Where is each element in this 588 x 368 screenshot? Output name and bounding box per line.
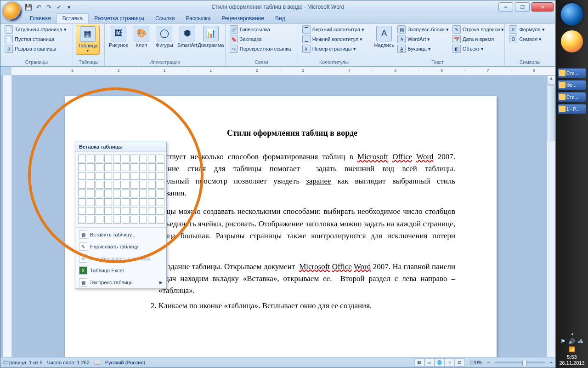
sigline-button[interactable]: ✎Строка подписи ▾: [451, 25, 506, 34]
grid-cell[interactable]: [139, 163, 147, 171]
grid-cell[interactable]: [104, 172, 112, 180]
blank-page-button[interactable]: 📄Пустая страница: [3, 34, 68, 44]
datetime-button[interactable]: 📅Дата и время: [451, 34, 506, 44]
tab-page-layout[interactable]: Разметка страницы: [89, 14, 150, 23]
grid-cell[interactable]: [139, 190, 147, 197]
grid-cell[interactable]: [122, 163, 130, 171]
quick-tables-item[interactable]: ▦Экспресс-таблицы▶: [75, 276, 166, 288]
start-button[interactable]: [560, 3, 583, 26]
view-buttons[interactable]: ▦ ▭ 🌐 ≡ ▤: [414, 358, 465, 367]
grid-cell[interactable]: [87, 207, 95, 215]
ruler-horizontal[interactable]: 3 · 2 · 1 · 1 · 2 · 3 · 4 · 5 · 6 · 7 · …: [11, 67, 555, 75]
grid-cell[interactable]: [130, 163, 138, 171]
zoom-value[interactable]: 120%: [469, 360, 482, 365]
grid-cell[interactable]: [96, 181, 103, 189]
tab-mailings[interactable]: Рассылки: [180, 14, 216, 23]
grid-cell[interactable]: [113, 207, 121, 215]
grid-cell[interactable]: [139, 155, 147, 162]
symbol-button[interactable]: ΩСимвол ▾: [508, 34, 546, 44]
table-button[interactable]: ▦ Таблица ▾: [76, 25, 100, 55]
grid-cell[interactable]: [113, 172, 121, 180]
insert-table-item[interactable]: ▦Вставить таблицу...: [75, 229, 166, 241]
chart-button[interactable]: 📊Диаграмма: [199, 25, 222, 49]
taskbar-item[interactable]: Сти...: [558, 68, 586, 78]
grid-cell[interactable]: [87, 190, 95, 197]
grid-cell[interactable]: [157, 198, 164, 206]
grid-cell[interactable]: [104, 181, 112, 189]
page-break-button[interactable]: ⤋Разрыв страницы: [3, 44, 68, 53]
wordart-button[interactable]: 𝐀WordArt ▾: [396, 34, 450, 44]
grid-cell[interactable]: [78, 198, 86, 206]
grid-cell[interactable]: [104, 198, 112, 206]
grid-cell[interactable]: [122, 190, 130, 197]
grid-cell[interactable]: [104, 207, 112, 215]
grid-cell[interactable]: [130, 207, 138, 215]
grid-cell[interactable]: [130, 155, 138, 162]
grid-cell[interactable]: [148, 207, 156, 215]
quickparts-button[interactable]: ▤Экспресс-блоки ▾: [396, 25, 450, 34]
ruler-vertical[interactable]: [3, 75, 12, 357]
status-language[interactable]: Русский (Россия): [105, 360, 145, 365]
smartart-button[interactable]: ⬢SmartArt: [176, 25, 198, 49]
grid-cell[interactable]: [157, 163, 164, 171]
grid-cell[interactable]: [87, 198, 95, 206]
grid-cell[interactable]: [96, 198, 103, 206]
status-words[interactable]: Число слов: 1 262: [47, 360, 90, 365]
grid-cell[interactable]: [78, 181, 86, 189]
view-draft-icon[interactable]: ▤: [455, 358, 465, 367]
clipart-button[interactable]: 🎨Клип: [130, 25, 153, 49]
hyperlink-button[interactable]: 🔗Гиперссылка: [228, 25, 293, 34]
grid-cell[interactable]: [130, 181, 138, 189]
grid-cell[interactable]: [122, 216, 130, 224]
grid-cell[interactable]: [157, 207, 164, 215]
grid-cell[interactable]: [113, 190, 121, 197]
grid-cell[interactable]: [87, 163, 95, 171]
textbox-button[interactable]: AНадпись: [373, 25, 395, 49]
volume-icon[interactable]: 🔊: [568, 338, 575, 345]
tab-view[interactable]: Вид: [270, 14, 291, 23]
view-print-icon[interactable]: ▦: [414, 358, 424, 367]
tab-references[interactable]: Ссылки: [150, 14, 180, 23]
grid-cell[interactable]: [96, 155, 103, 162]
grid-cell[interactable]: [148, 198, 156, 206]
cover-page-button[interactable]: 📄Титульная страница ▾: [3, 25, 68, 34]
draw-table-item[interactable]: ✎Нарисовать таблицу: [75, 241, 166, 253]
tray-chevron-icon[interactable]: ◂: [571, 331, 573, 336]
grid-cell[interactable]: [78, 216, 86, 224]
undo-icon[interactable]: ↶: [34, 3, 43, 11]
header-button[interactable]: ▔Верхний колонтитул ▾: [301, 25, 366, 34]
qat-more-icon[interactable]: ▾: [65, 3, 73, 11]
view-read-icon[interactable]: ▭: [424, 358, 435, 367]
grid-cell[interactable]: [113, 198, 121, 206]
spellcheck-icon[interactable]: ✓: [55, 3, 63, 11]
zoom-in-icon[interactable]: +: [550, 360, 553, 365]
grid-cell[interactable]: [157, 181, 164, 189]
equation-button[interactable]: πФормула ▾: [508, 25, 546, 34]
bookmark-button[interactable]: 🔖Закладка: [228, 34, 293, 44]
grid-cell[interactable]: [78, 207, 86, 215]
pagenum-button[interactable]: #Номер страницы ▾: [301, 44, 366, 53]
grid-cell[interactable]: [122, 207, 130, 215]
zoom-out-icon[interactable]: −: [487, 360, 490, 365]
grid-cell[interactable]: [113, 163, 121, 171]
table-size-grid[interactable]: [75, 152, 166, 226]
grid-cell[interactable]: [96, 190, 103, 197]
grid-cell[interactable]: [130, 216, 138, 224]
grid-cell[interactable]: [104, 155, 112, 162]
picture-button[interactable]: 🖼Рисунок: [107, 25, 130, 49]
grid-cell[interactable]: [148, 216, 156, 224]
grid-cell[interactable]: [130, 172, 138, 180]
close-button[interactable]: ✕: [531, 2, 554, 12]
grid-cell[interactable]: [78, 155, 86, 162]
grid-cell[interactable]: [130, 198, 138, 206]
grid-cell[interactable]: [96, 163, 103, 171]
grid-cell[interactable]: [122, 181, 130, 189]
grid-cell[interactable]: [104, 216, 112, 224]
signal-icon[interactable]: 📶: [569, 346, 575, 352]
grid-cell[interactable]: [157, 216, 164, 224]
office-button[interactable]: [2, 1, 23, 22]
tab-review[interactable]: Рецензирование: [216, 14, 270, 23]
scroll-up-icon[interactable]: ▲: [547, 75, 555, 85]
grid-cell[interactable]: [157, 172, 164, 180]
grid-cell[interactable]: [113, 216, 121, 224]
